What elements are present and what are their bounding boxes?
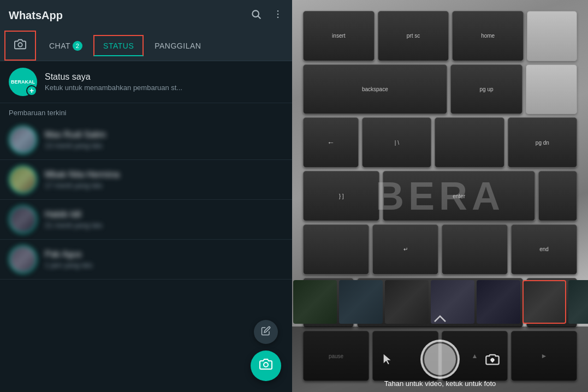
- contact-avatar-1: [9, 126, 37, 154]
- contact-time-4: 1 jam yang lalu: [45, 261, 92, 269]
- my-status-avatar-wrapper: BERAKAL +: [9, 68, 37, 96]
- thumbnail-7: [568, 280, 588, 324]
- svg-line-1: [258, 16, 261, 19]
- svg-point-5: [18, 43, 22, 46]
- contact-info-1: Mas Rudi Salim 13 menit yang lalu: [45, 130, 106, 150]
- tabs-bar: CHAT 2 STATUS PANGGILAN: [0, 31, 292, 61]
- camera-fab[interactable]: [251, 351, 281, 381]
- my-status-info: Status saya Ketuk untuk menambahkan pemb…: [45, 72, 182, 92]
- pencil-icon: [261, 326, 271, 338]
- thumbnail-3: [385, 280, 429, 324]
- contact-time-1: 13 menit yang lalu: [45, 141, 106, 150]
- status-item-1[interactable]: Mas Rudi Salim 13 menit yang lalu: [0, 120, 292, 160]
- status-content: BERAKAL + Status saya Ketuk untuk menamb…: [0, 61, 292, 392]
- contact-time-2: 17 menit yang lalu: [45, 181, 120, 189]
- contact-name-2: Mbak Nita Hermina: [45, 170, 120, 180]
- recent-updates-header: Pembaruan terkini: [0, 103, 292, 120]
- my-status-subtitle: Ketuk untuk menambahkan pembaruan st...: [45, 84, 182, 92]
- search-icon[interactable]: [251, 9, 262, 22]
- camera-panel: insert prt sc home backspace pg up ← | \…: [292, 0, 588, 392]
- camera-tab-icon: [14, 38, 26, 53]
- chat-badge: 2: [73, 41, 82, 51]
- contact-name-3: Habib Idil: [45, 210, 103, 219]
- thumbnail-1: [293, 280, 337, 324]
- tab-panggilan-label: PANGGILAN: [155, 41, 201, 50]
- app-title: WhatsApp: [9, 9, 63, 22]
- svg-point-4: [277, 16, 279, 18]
- svg-point-6: [264, 363, 268, 367]
- camera-fab-icon: [259, 358, 272, 374]
- camera-hint-text: Tahan untuk video, ketuk untuk foto: [384, 379, 496, 388]
- app-header: WhatsApp: [0, 0, 292, 31]
- tab-panggilan[interactable]: PANGGILAN: [146, 31, 210, 61]
- status-item-2[interactable]: Mbak Nita Hermina 17 menit yang lalu: [0, 160, 292, 200]
- my-status-item[interactable]: BERAKAL + Status saya Ketuk untuk menamb…: [0, 61, 292, 103]
- tab-status[interactable]: STATUS: [93, 35, 144, 56]
- svg-point-3: [277, 13, 279, 15]
- svg-marker-7: [384, 354, 391, 364]
- menu-icon[interactable]: [272, 9, 283, 22]
- compose-fab[interactable]: [254, 320, 278, 344]
- add-status-icon[interactable]: +: [26, 85, 37, 96]
- contact-avatar-4: [9, 245, 37, 274]
- thumbnail-6: [522, 280, 566, 324]
- flip-camera-button[interactable]: [482, 348, 503, 370]
- contact-info-3: Habib Idil 21 menit yang lalu: [45, 210, 103, 229]
- contact-avatar-2: [9, 165, 37, 194]
- cursor-button[interactable]: [377, 348, 399, 370]
- tab-status-label: STATUS: [103, 41, 134, 50]
- contact-avatar-3: [9, 205, 37, 234]
- fab-container: [251, 320, 281, 381]
- left-panel: WhatsApp: [0, 0, 292, 392]
- tab-camera[interactable]: [4, 31, 36, 61]
- header-icons: [251, 9, 283, 22]
- shutter-button[interactable]: [420, 340, 460, 379]
- contact-name-4: Pak Agus: [45, 250, 92, 259]
- chevron-up-icon[interactable]: [433, 314, 447, 325]
- thumbnail-5: [477, 280, 520, 324]
- tab-chat[interactable]: CHAT 2: [40, 31, 91, 61]
- tab-chat-label: CHAT: [49, 41, 70, 50]
- shutter-inner: [424, 343, 456, 375]
- avatar-text: BERAKAL: [11, 79, 35, 85]
- svg-point-0: [252, 10, 259, 17]
- contact-info-2: Mbak Nita Hermina 17 menit yang lalu: [45, 170, 120, 189]
- contact-name-1: Mas Rudi Salim: [45, 130, 106, 140]
- contact-info-4: Pak Agus 1 jam yang lalu: [45, 250, 92, 269]
- my-status-title: Status saya: [45, 72, 182, 82]
- thumbnail-2: [339, 280, 383, 324]
- svg-point-2: [277, 10, 279, 11]
- status-item-3[interactable]: Habib Idil 21 menit yang lalu: [0, 200, 292, 240]
- contact-time-3: 21 menit yang lalu: [45, 221, 103, 229]
- status-item-4[interactable]: Pak Agus 1 jam yang lalu: [0, 240, 292, 280]
